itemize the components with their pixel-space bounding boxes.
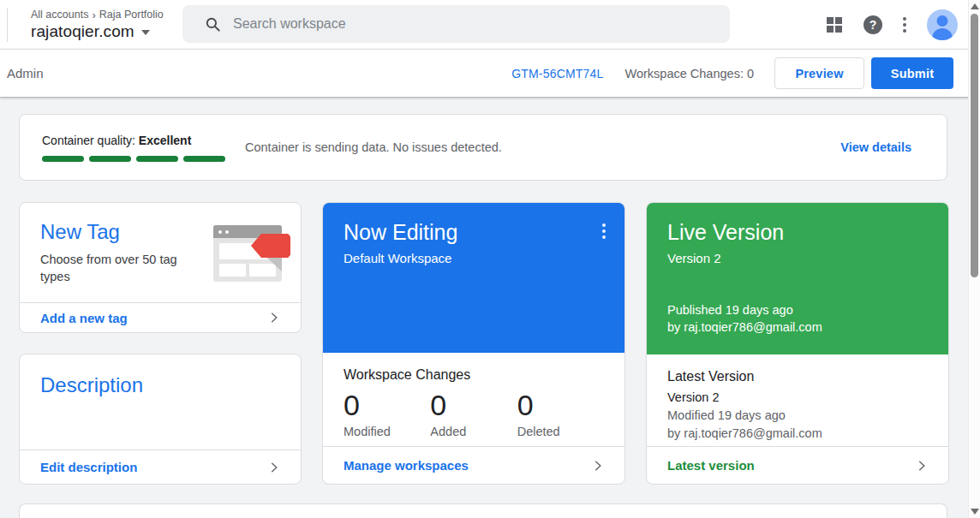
- workspace-changes-section: Workspace Changes 0 Modified 0 Added 0 D: [323, 353, 624, 446]
- quality-rating-block: Container quality: Excellent: [42, 134, 227, 162]
- vertical-scrollbar[interactable]: [968, 0, 980, 518]
- chevron-right-icon: [268, 312, 280, 324]
- submit-button[interactable]: Submit: [871, 57, 953, 89]
- chevron-right-icon: [268, 461, 280, 473]
- tab-admin[interactable]: Admin: [7, 66, 44, 80]
- toolbar-right: GTM-56CMT74L Workspace Changes: 0 Previe…: [511, 57, 953, 89]
- workspace-changes-heading: Workspace Changes: [344, 367, 604, 383]
- published-info: Published 19 days ago by raj.toqier786@g…: [667, 301, 928, 337]
- stat-label: Modified: [344, 425, 430, 438]
- main-content: Container quality: Excellent Container i…: [0, 97, 980, 518]
- new-tag-card: New Tag Choose from over 50 tag types: [19, 202, 302, 333]
- description-body: Description: [20, 354, 301, 450]
- stat-added: 0 Added: [430, 387, 517, 438]
- description-card: Description Edit description: [19, 354, 302, 485]
- preview-button[interactable]: Preview: [774, 57, 864, 89]
- search-input[interactable]: [233, 16, 718, 32]
- live-version-card: Live Version Version 2 Published 19 days…: [646, 202, 949, 485]
- help-icon[interactable]: ?: [863, 15, 882, 34]
- edit-description-link[interactable]: Edit description: [40, 460, 137, 474]
- manage-workspaces-link[interactable]: Manage workspaces: [344, 458, 469, 473]
- stat-label: Added: [430, 425, 517, 438]
- container-selector[interactable]: rajatoqier.com: [31, 22, 164, 41]
- gtm-app: All accounts › Raja Portfolio rajatoqier…: [0, 0, 980, 518]
- avatar[interactable]: [927, 9, 958, 40]
- new-tag-subtitle: Choose from over 50 tag types: [40, 251, 186, 285]
- avatar-body: [932, 28, 953, 40]
- search-icon: [205, 16, 221, 33]
- dashboard-grid: New Tag Choose from over 50 tag types: [19, 202, 947, 485]
- quality-bar: [136, 156, 178, 162]
- logo-divider: [7, 8, 8, 42]
- top-header: All accounts › Raja Portfolio rajatoqier…: [0, 0, 980, 50]
- quality-rating: Excellent: [139, 134, 191, 147]
- breadcrumb-account[interactable]: Raja Portfolio: [99, 9, 164, 21]
- workspace-changes-count: Workspace Changes: 0: [625, 67, 754, 80]
- description-title: Description: [40, 373, 280, 397]
- stat-deleted: 0 Deleted: [517, 387, 604, 438]
- workspace-menu-icon[interactable]: [602, 223, 606, 239]
- chevron-right-separator-icon: ›: [92, 9, 95, 21]
- stat-label: Deleted: [517, 425, 604, 438]
- modified-date: Modified 19 days ago: [667, 408, 928, 422]
- now-editing-card: Now Editing Default Workspace Workspace …: [322, 202, 625, 485]
- published-date: Published 19 days ago: [667, 301, 928, 319]
- breadcrumb: All accounts › Raja Portfolio: [31, 9, 164, 21]
- quality-message: Container is sending data. No issues det…: [245, 140, 840, 154]
- breadcrumb-all-accounts[interactable]: All accounts: [31, 9, 88, 21]
- new-tag-body: New Tag Choose from over 50 tag types: [20, 203, 301, 302]
- quality-label: Container quality: Excellent: [42, 134, 227, 147]
- stat-value: 0: [430, 387, 517, 423]
- workspace-name: Default Workspace: [344, 251, 604, 265]
- live-version-number: Version 2: [667, 251, 928, 265]
- avatar-head: [937, 15, 948, 27]
- header-icons: ?: [826, 0, 958, 50]
- container-id-link[interactable]: GTM-56CMT74L: [511, 67, 603, 80]
- now-editing-title: Now Editing: [344, 220, 604, 245]
- chevron-right-icon: [592, 460, 604, 472]
- chevron-right-icon: [916, 460, 928, 472]
- latest-version-row[interactable]: Latest version: [647, 446, 948, 484]
- stat-value: 0: [517, 387, 604, 423]
- live-version-title: Live Version: [667, 220, 928, 245]
- quality-label-text: Container quality:: [42, 134, 135, 147]
- edit-description-row[interactable]: Edit description: [20, 450, 301, 484]
- stat-value: 0: [344, 387, 430, 423]
- account-switcher[interactable]: All accounts › Raja Portfolio rajatoqier…: [31, 9, 164, 41]
- scroll-down-arrow-icon[interactable]: [971, 509, 979, 515]
- stat-modified: 0 Modified: [344, 387, 430, 438]
- latest-version-link[interactable]: Latest version: [667, 458, 755, 473]
- workspace-toolbar: Admin GTM-56CMT74L Workspace Changes: 0 …: [0, 50, 980, 97]
- tag-illustration-icon: [213, 225, 290, 285]
- add-new-tag-link[interactable]: Add a new tag: [40, 311, 128, 325]
- quality-bar: [89, 156, 131, 162]
- search-bar[interactable]: [182, 5, 730, 43]
- add-new-tag-row[interactable]: Add a new tag: [20, 302, 301, 332]
- now-editing-header: Now Editing Default Workspace: [323, 203, 624, 353]
- container-name: rajatoqier.com: [31, 22, 134, 41]
- next-section-card: [19, 503, 947, 518]
- stats-row: 0 Modified 0 Added 0 Deleted: [344, 387, 604, 438]
- container-quality-card: Container quality: Excellent Container i…: [19, 114, 947, 181]
- modified-by: by raj.toqier786@gmail.com: [667, 426, 928, 440]
- left-column: New Tag Choose from over 50 tag types: [19, 202, 302, 485]
- caret-down-icon: [141, 30, 150, 35]
- quality-bar: [42, 156, 84, 162]
- latest-version-section: Latest Version Version 2 Modified 19 day…: [647, 354, 948, 446]
- scroll-up-arrow-icon[interactable]: [971, 3, 979, 9]
- manage-workspaces-row[interactable]: Manage workspaces: [323, 446, 624, 484]
- apps-grid-icon[interactable]: [826, 16, 843, 33]
- quality-bars: [42, 156, 227, 162]
- latest-version-number: Version 2: [667, 390, 928, 404]
- latest-version-heading: Latest Version: [667, 369, 928, 384]
- live-version-header: Live Version Version 2 Published 19 days…: [647, 203, 948, 354]
- more-options-icon[interactable]: [903, 17, 906, 33]
- scrollbar-thumb[interactable]: [971, 14, 978, 277]
- view-details-link[interactable]: View details: [840, 140, 911, 154]
- quality-bar: [183, 156, 225, 162]
- published-by: by raj.toqier786@gmail.com: [667, 319, 928, 336]
